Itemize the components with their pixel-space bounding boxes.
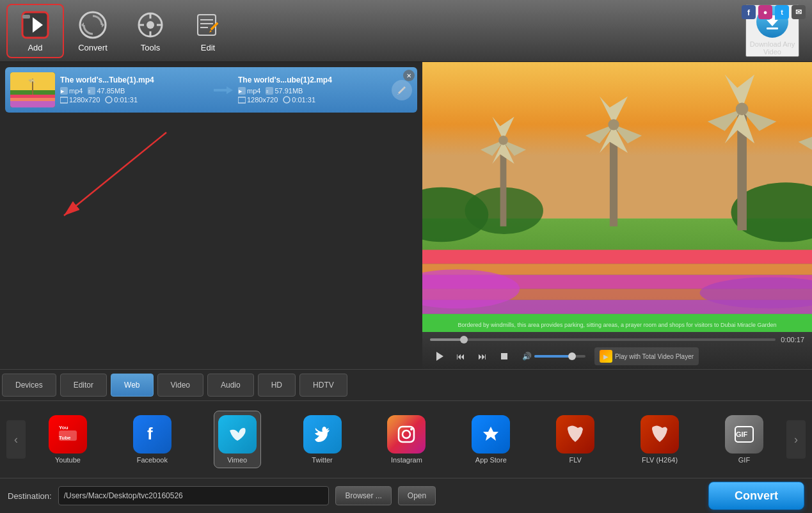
progress-fill: [430, 338, 465, 341]
edit-button[interactable]: Edit: [179, 4, 237, 58]
svg-rect-17: [767, 28, 778, 29]
format-facebook[interactable]: f Facebook: [129, 411, 175, 468]
flv-label: FLV: [569, 456, 582, 464]
play-button[interactable]: [430, 347, 448, 365]
dest-file-info: The world's...ube(1)2.mp4 ▶ mp4 ≡ 57.91M…: [238, 75, 386, 105]
stop-button[interactable]: [495, 347, 513, 365]
dest-size: ≡ 57.91MB: [266, 87, 303, 95]
source-size: ≡ 47.85MB: [88, 87, 125, 95]
extra-social-icon[interactable]: ✉: [792, 5, 806, 19]
right-panel: Bordered by windmills, this area provide…: [422, 62, 812, 369]
open-button[interactable]: Open: [398, 486, 436, 505]
tab-editor[interactable]: Editor: [60, 374, 107, 397]
left-panel: The world's...Tube(1).mp4 ▶ mp4 ≡ 47.85M…: [0, 62, 422, 369]
skip-forward-button[interactable]: ⏭: [474, 347, 491, 365]
format-flvh264[interactable]: FLV (H264): [637, 411, 683, 468]
controls-row: ⏮ ⏭ 🔊 ▶ Play: [430, 347, 804, 365]
dest-meta-format: ▶ mp4 ≡ 57.91MB: [238, 87, 386, 95]
volume-thumb: [568, 352, 576, 360]
svg-text:GIF: GIF: [736, 430, 748, 438]
format-icons-list: You Tube Youtube f Facebook Vi: [26, 411, 786, 468]
format-instagram[interactable]: Instagram: [383, 411, 429, 468]
tab-hdtv[interactable]: HDTV: [299, 374, 347, 397]
dest-filename: The world's...ube(1)2.mp4: [238, 75, 386, 84]
flv-icon: [556, 415, 594, 454]
time-display: 0:00:17: [781, 336, 804, 343]
format-vimeo[interactable]: Vimeo: [214, 411, 261, 468]
tab-hd[interactable]: HD: [258, 374, 296, 397]
tab-devices[interactable]: Devices: [2, 374, 56, 397]
volume-icon: 🔊: [522, 352, 532, 361]
facebook-social-icon[interactable]: f: [742, 5, 756, 19]
file-thumbnail: [10, 72, 55, 107]
svg-point-85: [410, 428, 413, 430]
destination-input[interactable]: [58, 486, 330, 505]
convert-main-button[interactable]: Convert: [708, 482, 804, 510]
browser-button[interactable]: Browser ...: [335, 486, 391, 505]
tools-button[interactable]: Tools: [122, 4, 179, 58]
source-duration: 0:01:31: [105, 96, 138, 104]
tab-video[interactable]: Video: [157, 374, 203, 397]
svg-rect-12: [198, 15, 216, 35]
progress-bar[interactable]: [430, 338, 776, 341]
svg-marker-4: [102, 22, 104, 28]
youtube-label: Youtube: [55, 456, 81, 464]
source-file-info: The world's...Tube(1).mp4 ▶ mp4 ≡ 47.85M…: [60, 75, 209, 105]
format-appstore[interactable]: App Store: [468, 411, 514, 468]
format-flv[interactable]: FLV: [552, 411, 598, 468]
destination-bar: Destination: Browser ... Open Convert: [0, 478, 812, 513]
format-youtube[interactable]: You Tube Youtube: [45, 411, 91, 468]
add-button[interactable]: Add: [6, 4, 64, 58]
svg-text:≡: ≡: [266, 90, 269, 93]
svg-rect-2: [22, 15, 30, 19]
add-icon: [20, 10, 51, 40]
format-gif[interactable]: GIF GIF: [721, 411, 767, 468]
svg-marker-32: [214, 86, 233, 94]
twitter-social-icon[interactable]: t: [775, 5, 789, 19]
progress-thumb: [460, 336, 468, 343]
format-twitter[interactable]: Twitter: [299, 411, 346, 468]
edit-icon: [193, 10, 223, 40]
tools-icon: [135, 10, 166, 40]
skip-back-button[interactable]: ⏮: [452, 347, 470, 365]
tvp-icon: ▶: [600, 350, 612, 363]
svg-point-69: [736, 103, 749, 116]
convert-button[interactable]: Convert: [64, 4, 122, 58]
svg-point-63: [608, 119, 619, 130]
tools-label: Tools: [141, 43, 160, 52]
convert-icon: [77, 10, 108, 40]
video-controls: 0:00:17 ⏮ ⏭ 🔊: [422, 332, 812, 369]
edit-file-button[interactable]: [392, 80, 412, 100]
svg-text:≡: ≡: [88, 90, 91, 93]
next-format-button[interactable]: ›: [786, 420, 806, 459]
progress-bar-container: 0:00:17: [430, 336, 804, 343]
download-any-video-label: Download Any Video: [747, 40, 798, 56]
source-format: ▶ mp4: [60, 87, 83, 95]
svg-rect-43: [422, 250, 812, 264]
source-meta-res: 1280x720 0:01:31: [60, 96, 209, 104]
svg-rect-21: [10, 98, 55, 101]
convert-label: Convert: [78, 43, 107, 52]
source-filename: The world's...Tube(1).mp4: [60, 75, 209, 84]
tab-web[interactable]: Web: [111, 374, 153, 397]
close-file-button[interactable]: ✕: [403, 70, 415, 81]
instagram-social-icon[interactable]: ●: [758, 5, 772, 19]
source-resolution: 1280x720: [60, 96, 100, 104]
tab-audio[interactable]: Audio: [207, 374, 254, 397]
toolbar: f ● t ✉ Add Convert: [0, 0, 812, 62]
svg-text:Tube: Tube: [59, 435, 71, 441]
youtube-icon: You Tube: [49, 415, 87, 454]
volume-fill: [534, 355, 573, 358]
stop-icon: [501, 353, 507, 359]
add-label: Add: [28, 43, 42, 52]
svg-point-84: [402, 430, 410, 438]
social-icons: f ● t ✉: [742, 5, 806, 19]
play-with-tvp-button[interactable]: ▶ Play with Total Video Player: [594, 347, 699, 365]
flvh264-icon: [641, 415, 679, 454]
volume-bar[interactable]: [534, 355, 585, 358]
dest-format: ▶ mp4: [238, 87, 260, 95]
svg-point-31: [106, 97, 112, 103]
prev-format-button[interactable]: ‹: [6, 420, 26, 459]
svg-point-7: [147, 21, 154, 29]
dest-resolution: 1280x720: [238, 96, 278, 104]
